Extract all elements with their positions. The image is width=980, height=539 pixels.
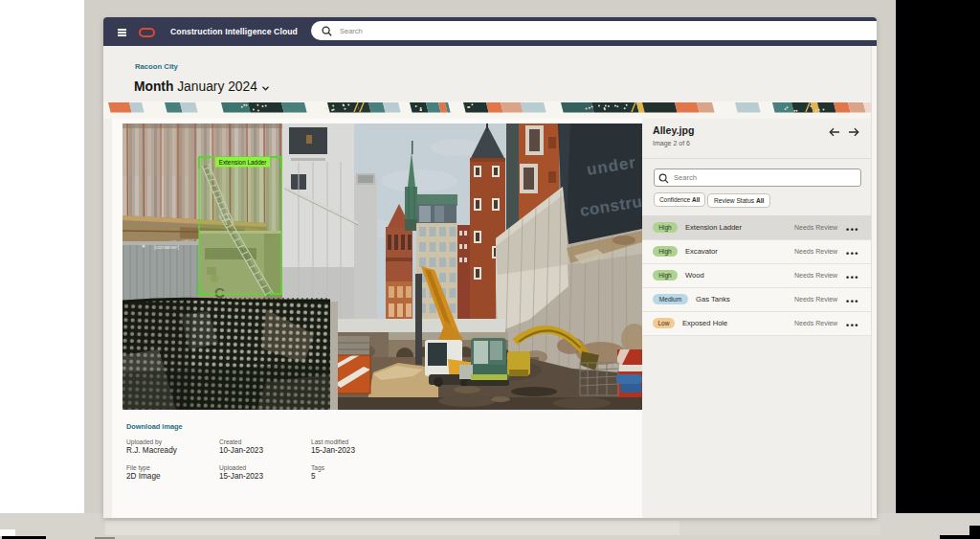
svg-text:[container]: [container] (154, 244, 179, 250)
svg-text:Extension Ladder: Extension Ladder (219, 159, 268, 166)
